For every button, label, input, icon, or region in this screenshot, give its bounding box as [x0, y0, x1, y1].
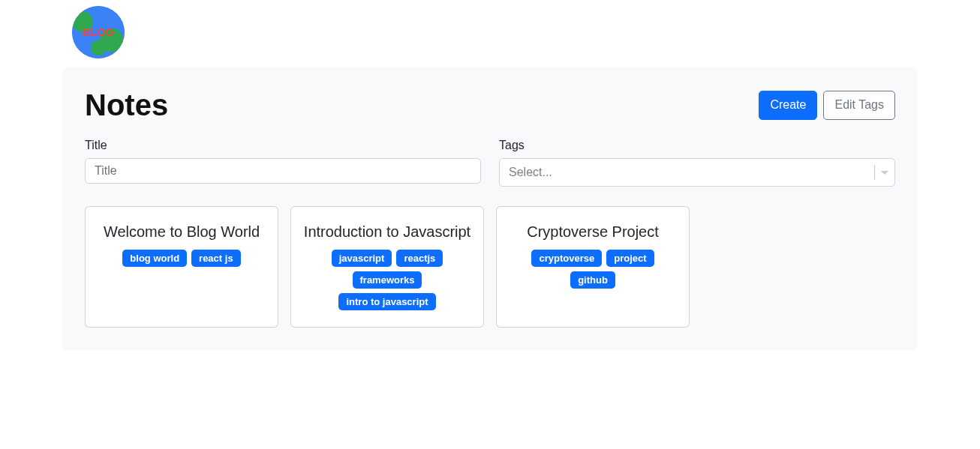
tag-badge: reactjs — [396, 250, 443, 267]
note-card-tags: blog worldreact js — [98, 250, 266, 267]
tags-label: Tags — [499, 139, 895, 152]
logo-link[interactable]: BLOG — [72, 25, 125, 38]
edit-tags-button[interactable]: Edit Tags — [823, 91, 895, 119]
tag-badge: javascript — [332, 250, 392, 267]
header-row: Notes Create Edit Tags — [85, 88, 895, 122]
tag-badge: intro to javascript — [338, 293, 435, 310]
note-card-title: Cryptoverse Project — [509, 223, 677, 241]
title-input[interactable] — [85, 158, 481, 184]
tags-select[interactable]: Select... — [499, 158, 895, 187]
logo-text: BLOG — [83, 27, 114, 37]
create-button[interactable]: Create — [759, 91, 817, 119]
tag-badge: react js — [191, 250, 241, 267]
note-card-title: Introduction to Javascript — [303, 223, 471, 241]
note-card[interactable]: Cryptoverse Projectcryptoverseprojectgit… — [496, 206, 690, 328]
note-card[interactable]: Welcome to Blog Worldblog worldreact js — [85, 206, 278, 328]
tag-badge: blog world — [122, 250, 187, 267]
tag-badge: github — [570, 271, 615, 289]
note-card-tags: cryptoverseprojectgithub — [509, 250, 677, 289]
main-container: Notes Create Edit Tags Title Tags Select… — [62, 67, 918, 350]
logo-icon: BLOG — [72, 6, 125, 58]
chevron-down-icon — [881, 171, 888, 175]
header-actions: Create Edit Tags — [759, 91, 895, 119]
page-title: Notes — [85, 88, 168, 122]
title-label: Title — [85, 139, 481, 152]
tags-select-placeholder: Select... — [509, 166, 552, 179]
tag-badge: cryptoverse — [531, 250, 602, 267]
note-card-tags: javascriptreactjsframeworksintro to java… — [303, 250, 471, 310]
filter-row: Title Tags Select... — [85, 139, 895, 187]
tag-badge: frameworks — [353, 271, 422, 289]
notes-grid: Welcome to Blog Worldblog worldreact jsI… — [85, 206, 895, 328]
title-filter: Title — [85, 139, 481, 187]
tags-filter: Tags Select... — [499, 139, 895, 187]
tags-select-indicators — [868, 165, 888, 180]
tag-badge: project — [606, 250, 654, 267]
note-card-title: Welcome to Blog World — [98, 223, 266, 241]
select-separator — [874, 165, 875, 180]
note-card[interactable]: Introduction to Javascriptjavascriptreac… — [290, 206, 484, 328]
